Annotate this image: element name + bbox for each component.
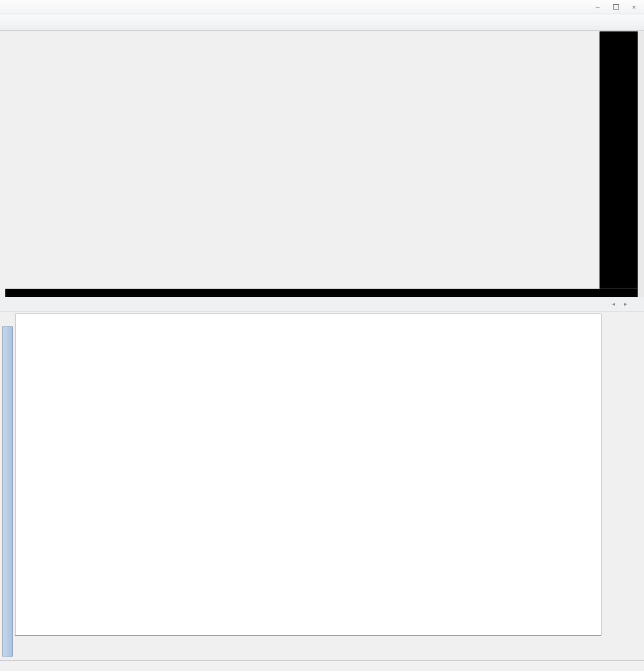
toolbar	[0, 14, 644, 31]
tester-dock-strip[interactable]	[2, 326, 13, 657]
tester-close-button[interactable]	[4, 314, 13, 322]
status-bar	[0, 660, 644, 671]
chart-tab-bar	[0, 297, 644, 312]
equity-chart[interactable]	[15, 314, 601, 635]
candlestick-chart[interactable]	[5, 31, 599, 289]
tab-scroll-arrows[interactable]: ◄►	[611, 301, 635, 307]
close-button[interactable]: ×	[627, 2, 641, 12]
restore-button[interactable]	[609, 2, 623, 12]
time-scale[interactable]	[5, 289, 638, 298]
mt4-terminal-window: { "window": {"watermark": "EAHub.cn"}, "…	[0, 0, 644, 671]
minimize-button[interactable]: –	[591, 2, 605, 12]
window-edge	[638, 31, 644, 297]
price-scale[interactable]	[599, 31, 638, 297]
menu-bar: – ×	[0, 0, 644, 14]
